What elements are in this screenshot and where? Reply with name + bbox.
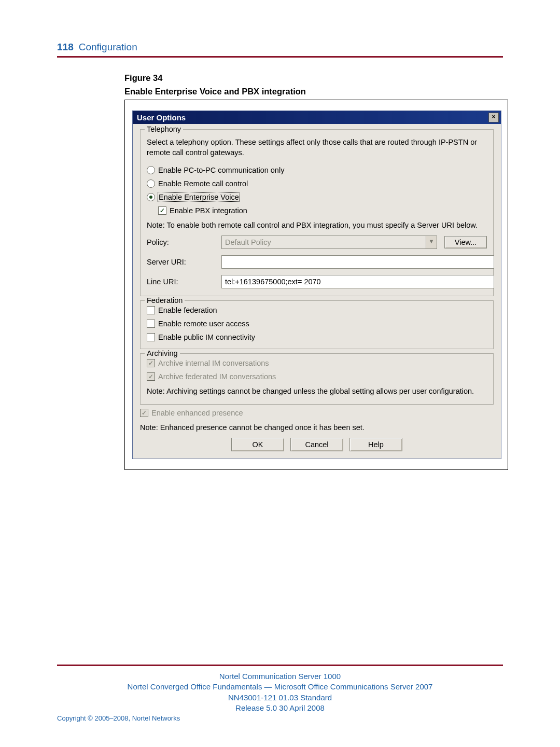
checkbox-icon	[147, 320, 155, 328]
check-label: Enable federation	[158, 306, 217, 314]
policy-label: Policy:	[147, 238, 214, 246]
close-icon[interactable]: ×	[488, 113, 499, 122]
footer-line2: Nortel Converged Office Fundamentals — M…	[57, 682, 503, 692]
radio-label: Enable Enterprise Voice	[158, 193, 240, 201]
section-title: Configuration	[79, 42, 137, 52]
chevron-down-icon: ▼	[426, 236, 437, 249]
page-number: 118	[57, 42, 74, 52]
line-uri-label: Line URI:	[147, 278, 214, 286]
radio-icon	[147, 193, 155, 201]
user-options-dialog: User Options × Telephony Select a teleph…	[132, 110, 501, 459]
radio-icon	[147, 166, 155, 174]
archiving-group: Archiving Archive internal IM conversati…	[140, 353, 494, 404]
check-label: Enable enhanced presence	[151, 409, 243, 417]
footer-copyright: Copyright © 2005–2008, Nortel Networks	[57, 714, 503, 722]
check-pbx-integration[interactable]: Enable PBX integration	[158, 206, 487, 215]
check-label: Archive internal IM conversations	[158, 359, 269, 367]
ok-button[interactable]: OK	[231, 438, 284, 451]
presence-note: Note: Enhanced presence cannot be change…	[140, 422, 494, 433]
footer-rule	[57, 665, 503, 666]
check-archive-internal: Archive internal IM conversations	[147, 359, 487, 367]
radio-label: Enable PC-to-PC communication only	[158, 166, 284, 174]
checkbox-icon	[147, 333, 155, 341]
check-label: Enable remote user access	[158, 320, 249, 328]
telephony-group: Telephony Select a telephony option. The…	[140, 129, 494, 297]
help-button[interactable]: Help	[349, 438, 402, 451]
check-remote-user-access[interactable]: Enable remote user access	[147, 320, 487, 328]
checkbox-icon	[147, 372, 155, 381]
cancel-button[interactable]: Cancel	[290, 438, 343, 451]
figure-title: Enable Enterprise Voice and PBX integrat…	[124, 86, 503, 97]
server-uri-label: Server URI:	[147, 258, 214, 266]
page-header: 118Configuration	[57, 42, 503, 53]
footer-line4: Release 5.0 30 April 2008	[57, 703, 503, 713]
radio-icon	[147, 179, 155, 188]
check-enhanced-presence: Enable enhanced presence	[140, 409, 494, 417]
federation-group: Federation Enable federation Enable remo…	[140, 300, 494, 349]
check-label: Archive federated IM conversations	[158, 372, 276, 381]
telephony-legend: Telephony	[145, 125, 183, 133]
policy-value: Default Policy	[221, 236, 426, 249]
check-archive-federated: Archive federated IM conversations	[147, 372, 487, 381]
radio-remote-call[interactable]: Enable Remote call control	[147, 179, 487, 188]
telephony-description: Select a telephony option. These setting…	[147, 137, 487, 158]
checkbox-icon	[158, 206, 166, 215]
checkbox-icon	[147, 359, 155, 367]
dialog-buttons: OK Cancel Help	[140, 438, 494, 451]
radio-pc-to-pc[interactable]: Enable PC-to-PC communication only	[147, 166, 487, 174]
telephony-note: Note: To enable both remote call control…	[147, 220, 487, 230]
header-rule	[57, 56, 503, 58]
check-enable-federation[interactable]: Enable federation	[147, 306, 487, 314]
archiving-legend: Archiving	[145, 349, 180, 357]
radio-enterprise-voice[interactable]: Enable Enterprise Voice	[147, 193, 487, 201]
check-label: Enable public IM connectivity	[158, 333, 255, 341]
screenshot-frame: User Options × Telephony Select a teleph…	[124, 100, 508, 470]
server-uri-input[interactable]	[221, 255, 494, 269]
radio-label: Enable Remote call control	[158, 179, 248, 188]
footer-line3: NN43001-121 01.03 Standard	[57, 693, 503, 703]
checkbox-icon	[140, 409, 148, 417]
line-uri-input[interactable]: tel:+16139675000;ext= 2070	[221, 275, 494, 288]
page-footer: Nortel Communication Server 1000 Nortel …	[0, 665, 560, 722]
policy-combo[interactable]: Default Policy ▼	[221, 236, 437, 249]
check-label: Enable PBX integration	[170, 206, 247, 215]
footer-line1: Nortel Communication Server 1000	[57, 671, 503, 682]
check-public-im[interactable]: Enable public IM connectivity	[147, 333, 487, 341]
dialog-titlebar: User Options ×	[133, 111, 501, 124]
view-button[interactable]: View...	[444, 236, 487, 248]
dialog-title: User Options	[137, 113, 186, 122]
figure-label: Figure 34	[124, 72, 503, 84]
checkbox-icon	[147, 306, 155, 314]
archiving-note: Note: Archiving settings cannot be chang…	[147, 386, 487, 396]
federation-legend: Federation	[145, 296, 185, 305]
